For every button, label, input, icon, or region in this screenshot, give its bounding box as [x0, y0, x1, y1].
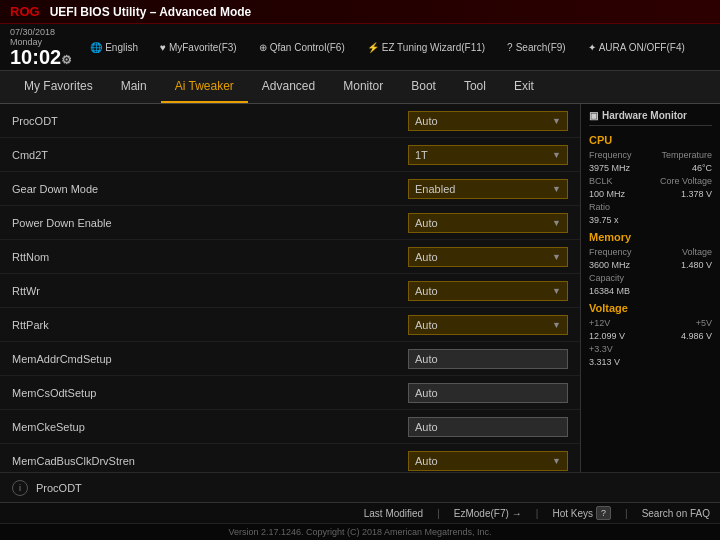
dropdown-arrow-2: ▼ [552, 184, 561, 194]
mem-cap-label: Capacity [589, 273, 624, 283]
cpu-freq-value: 3975 MHz [589, 163, 630, 173]
setting-label-powerdown: Power Down Enable [12, 217, 408, 229]
cpu-freq-label: Frequency [589, 150, 632, 160]
cpu-ratio-label-row: Ratio [589, 202, 712, 212]
setting-value-prococdt: Auto ▼ [408, 111, 568, 131]
tab-boot[interactable]: Boot [397, 71, 450, 103]
eztuning-btn[interactable]: ⚡ EZ Tuning Wizard(F11) [363, 40, 489, 55]
search-faq-label: Search on FAQ [642, 508, 710, 519]
mem-freq-volt-labels: Frequency Voltage [589, 247, 712, 257]
setting-row-cmd2t: Cmd2T 1T ▼ [0, 138, 580, 172]
aura-btn[interactable]: ✦ AURA ON/OFF(F4) [584, 40, 689, 55]
setting-label-cmd2t: Cmd2T [12, 149, 408, 161]
prococdt-dropdown[interactable]: Auto ▼ [408, 111, 568, 131]
sep-3: | [625, 508, 628, 519]
dropdown-arrow-3: ▼ [552, 218, 561, 228]
cmd2t-dropdown[interactable]: 1T ▼ [408, 145, 568, 165]
language-label: English [105, 42, 138, 53]
setting-value-memcsodt: Auto [408, 383, 568, 403]
mem-volt-label: Voltage [682, 247, 712, 257]
ezmode-icon: → [512, 508, 522, 519]
rog-logo: ROG [10, 4, 40, 19]
setting-label-prococdt: ProcODT [12, 115, 408, 127]
powerdown-dropdown[interactable]: Auto ▼ [408, 213, 568, 233]
nav-tabs: My Favorites Main Ai Tweaker Advanced Mo… [0, 71, 720, 104]
qfan-label: Qfan Control(F6) [270, 42, 345, 53]
rttpark-dropdown[interactable]: Auto ▼ [408, 315, 568, 335]
setting-value-memaddrcmd: Auto [408, 349, 568, 369]
geardown-dropdown[interactable]: Enabled ▼ [408, 179, 568, 199]
datetime: 07/30/2018Monday 10:02⚙ [10, 27, 72, 67]
setting-label-geardown: Gear Down Mode [12, 183, 408, 195]
main-content: ProcODT Auto ▼ Cmd2T 1T ▼ [0, 104, 720, 472]
setting-label-memcsodt: MemCsOdtSetup [12, 387, 408, 399]
version-text: Version 2.17.1246. Copyright (C) 2018 Am… [228, 527, 491, 537]
settings-panel: ProcODT Auto ▼ Cmd2T 1T ▼ [0, 104, 580, 472]
setting-row-memcke: MemCkeSetup Auto [0, 410, 580, 444]
cpu-freq-temp-values: 3975 MHz 46°C [589, 163, 712, 173]
myfavorite-btn[interactable]: ♥ MyFavorite(F3) [156, 40, 241, 55]
tab-advanced[interactable]: Advanced [248, 71, 329, 103]
eztuning-label: EZ Tuning Wizard(F11) [382, 42, 485, 53]
mem-freq-value: 3600 MHz [589, 260, 630, 270]
qfan-icon: ⊕ [259, 42, 267, 53]
mem-cap-value: 16384 MB [589, 286, 712, 296]
tab-exit[interactable]: Exit [500, 71, 548, 103]
cpu-ratio-value: 39.75 x [589, 215, 712, 225]
dropdown-arrow-6: ▼ [552, 320, 561, 330]
tab-tool[interactable]: Tool [450, 71, 500, 103]
dropdown-arrow-5: ▼ [552, 286, 561, 296]
tab-aitweaker[interactable]: Ai Tweaker [161, 71, 248, 103]
myfavorite-label: MyFavorite(F3) [169, 42, 237, 53]
tab-favorites[interactable]: My Favorites [10, 71, 107, 103]
setting-label-rttwr: RttWr [12, 285, 408, 297]
dropdown-arrow-10: ▼ [552, 456, 561, 466]
mem-freq-volt-values: 3600 MHz 1.480 V [589, 260, 712, 270]
dropdown-arrow-1: ▼ [552, 150, 561, 160]
setting-label-memaddrcmd: MemAddrCmdSetup [12, 353, 408, 365]
search-label: Search(F9) [516, 42, 566, 53]
search-btn[interactable]: ? Search(F9) [503, 40, 570, 55]
memory-section-title: Memory [589, 231, 712, 243]
setting-value-powerdown: Auto ▼ [408, 213, 568, 233]
memcadclk-dropdown[interactable]: Auto ▼ [408, 451, 568, 471]
setting-row-rttwr: RttWr Auto ▼ [0, 274, 580, 308]
aura-label: AURA ON/OFF(F4) [599, 42, 685, 53]
rttwr-dropdown[interactable]: Auto ▼ [408, 281, 568, 301]
setting-value-geardown: Enabled ▼ [408, 179, 568, 199]
main-container: ROG UEFI BIOS Utility – Advanced Mode 07… [0, 0, 720, 540]
search-icon: ? [507, 42, 513, 53]
v33-label-row: +3.3V [589, 344, 712, 354]
myfavorite-icon: ♥ [160, 42, 166, 53]
v12-label: +12V [589, 318, 610, 328]
memaddrcmd-input[interactable]: Auto [408, 349, 568, 369]
cpu-bclk-value: 100 MHz [589, 189, 625, 199]
sep-2: | [536, 508, 539, 519]
setting-row-memaddrcmd: MemAddrCmdSetup Auto [0, 342, 580, 376]
setting-value-cmd2t: 1T ▼ [408, 145, 568, 165]
memcke-input[interactable]: Auto [408, 417, 568, 437]
rttnom-dropdown[interactable]: Auto ▼ [408, 247, 568, 267]
memcsodt-input[interactable]: Auto [408, 383, 568, 403]
setting-row-rttpark: RttPark Auto ▼ [0, 308, 580, 342]
last-modified-label: Last Modified [364, 508, 423, 519]
qfan-btn[interactable]: ⊕ Qfan Control(F6) [255, 40, 349, 55]
setting-row-rttnom: RttNom Auto ▼ [0, 240, 580, 274]
info-icon[interactable]: i [12, 480, 28, 496]
status-bar: Last Modified | EzMode(F7) → | Hot Keys … [0, 502, 720, 523]
language-btn[interactable]: 🌐 English [86, 40, 142, 55]
setting-label-memcadclk: MemCadBusClkDrvStren [12, 455, 408, 467]
setting-label-rttpark: RttPark [12, 319, 408, 331]
v33-value: 3.313 V [589, 357, 712, 367]
search-faq-btn[interactable]: Search on FAQ [642, 508, 710, 519]
cpu-temp-value: 46°C [692, 163, 712, 173]
setting-row-geardown: Gear Down Mode Enabled ▼ [0, 172, 580, 206]
setting-value-memcadclk: Auto ▼ [408, 451, 568, 471]
hotkeys-btn[interactable]: Hot Keys ? [552, 506, 611, 520]
setting-value-rttnom: Auto ▼ [408, 247, 568, 267]
time-display: 10:02⚙ [10, 47, 72, 67]
setting-value-rttwr: Auto ▼ [408, 281, 568, 301]
tab-monitor[interactable]: Monitor [329, 71, 397, 103]
ezmode-btn[interactable]: EzMode(F7) → [454, 508, 522, 519]
tab-main[interactable]: Main [107, 71, 161, 103]
